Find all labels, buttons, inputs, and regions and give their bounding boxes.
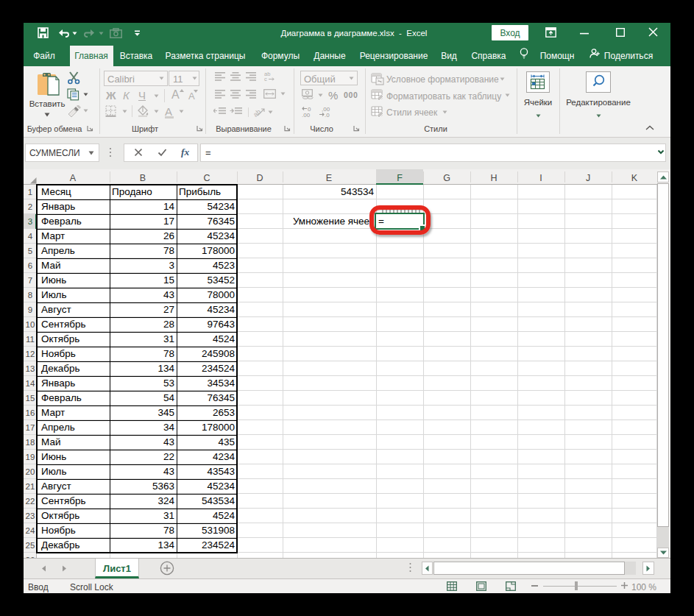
svg-text:,00: ,00 (302, 112, 311, 117)
svg-text:ab: ab (254, 108, 262, 118)
svg-text:,0: ,0 (325, 112, 330, 117)
svg-text:c: c (264, 76, 267, 82)
